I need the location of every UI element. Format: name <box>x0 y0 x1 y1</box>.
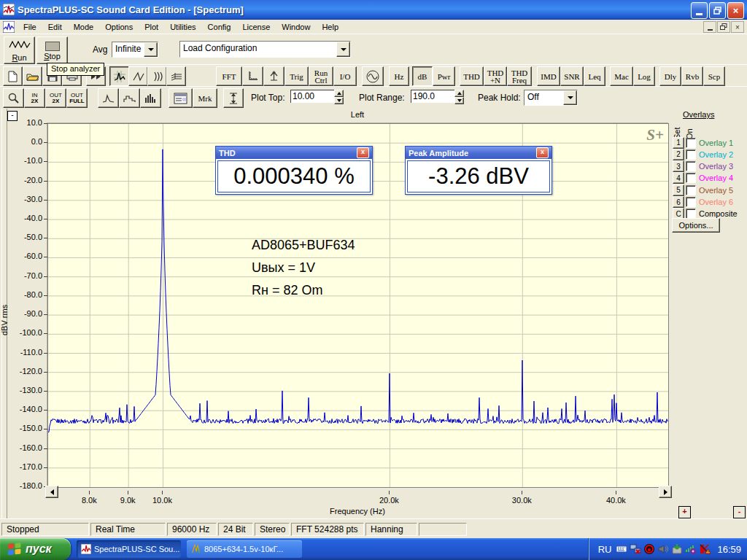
mdi-close-button[interactable]: × <box>731 21 744 33</box>
zoom-out-2x-button[interactable]: OUT2X <box>45 88 66 108</box>
spin-up-icon[interactable] <box>454 90 464 97</box>
overlay-on-checkbox-6[interactable] <box>686 197 696 207</box>
load-configuration-dropdown-button[interactable] <box>336 42 350 57</box>
plot-range-spinner[interactable] <box>454 90 464 104</box>
zoom-button[interactable] <box>3 88 24 108</box>
marker-button[interactable]: Mrk <box>193 88 217 108</box>
run-control-button[interactable]: RunCtrl <box>309 66 333 86</box>
display-options-button[interactable] <box>169 88 193 108</box>
surface-view-button[interactable] <box>166 66 186 86</box>
overlay-set-button-1[interactable]: 1 <box>673 137 684 149</box>
trigger-button[interactable]: Trig <box>285 66 309 86</box>
language-indicator[interactable]: RU <box>598 544 612 555</box>
overlay-on-checkbox-4[interactable] <box>686 173 696 183</box>
dly-button[interactable]: Dly <box>659 66 681 86</box>
menu-item-file[interactable]: File <box>18 21 42 33</box>
bar-plot-button[interactable] <box>140 88 161 108</box>
thd-window-titlebar[interactable]: THD x <box>216 147 372 159</box>
thd-button[interactable]: THD <box>460 66 484 86</box>
stop-button[interactable]: Stop <box>36 36 68 64</box>
overlay-set-button-4[interactable]: 4 <box>673 172 684 184</box>
leq-button[interactable]: Leq <box>584 66 605 86</box>
menu-item-help[interactable]: Help <box>316 21 344 33</box>
spin-down-icon[interactable] <box>454 97 464 104</box>
menu-item-plot[interactable]: Plot <box>139 21 164 33</box>
download-manager-icon[interactable] <box>671 543 683 555</box>
scp-button[interactable]: Scp <box>703 66 725 86</box>
menu-item-options[interactable]: Options <box>99 21 139 33</box>
taskbar-task-image[interactable]: 8065+634-1.5v-10кГ... <box>187 540 302 558</box>
zoom-in-2x-button[interactable]: IN2X <box>24 88 45 108</box>
avg-combobox[interactable]: Infinite <box>112 42 158 58</box>
peak-hold-dropdown-button[interactable] <box>563 90 577 105</box>
narrowband-plot-button[interactable] <box>98 88 119 108</box>
overlay-on-checkbox-1[interactable] <box>686 138 696 148</box>
peak-pick-button[interactable] <box>263 66 285 86</box>
menu-item-mode[interactable]: Mode <box>68 21 100 33</box>
peak-amplitude-window[interactable]: Peak Amplitude x -3.26 dBV <box>405 146 552 195</box>
pan-right-button[interactable] <box>659 486 672 498</box>
mdi-minimize-button[interactable] <box>703 21 716 33</box>
overlay-set-button-5[interactable]: 5 <box>673 184 684 196</box>
overlay-set-button-2[interactable]: 2 <box>673 149 684 160</box>
log-button[interactable]: Log <box>633 66 655 86</box>
start-button[interactable]: пуск <box>0 538 71 560</box>
signal-generator-button[interactable] <box>362 66 384 86</box>
run-button[interactable]: Run <box>4 36 35 64</box>
taskbar-clock[interactable]: 16:59 <box>717 544 741 555</box>
db-button[interactable]: dB <box>412 66 433 86</box>
time-series-button[interactable] <box>128 66 148 86</box>
plot-top-input[interactable] <box>290 90 336 103</box>
plot-top-spinner[interactable] <box>334 90 344 104</box>
overlay-set-button-6[interactable]: 6 <box>673 196 684 208</box>
restore-button[interactable] <box>709 2 726 19</box>
peak-hold-combobox[interactable]: Off <box>524 90 578 106</box>
scaling-button[interactable] <box>242 66 263 86</box>
thd-freq-button[interactable]: THDFreq <box>507 66 532 86</box>
x-zoom-in-button[interactable]: + <box>678 506 691 518</box>
zoom-out-full-button[interactable]: OUTFULL <box>66 88 88 108</box>
pan-left-button[interactable] <box>45 486 58 498</box>
recorder-icon[interactable] <box>643 543 655 555</box>
menu-item-utilities[interactable]: Utilities <box>164 21 201 33</box>
overlay-on-checkbox-2[interactable] <box>686 149 696 160</box>
volume-icon[interactable] <box>657 543 669 555</box>
spin-up-icon[interactable] <box>334 90 344 97</box>
taskbar-task-spectraplus[interactable]: SpectraPLUS-SC Sou... <box>77 540 181 558</box>
snr-button[interactable]: SNR <box>560 66 584 86</box>
thd-n-button[interactable]: THD+N <box>484 66 507 86</box>
hz-button[interactable]: Hz <box>389 66 409 86</box>
open-button[interactable] <box>23 66 42 86</box>
avg-dropdown-button[interactable] <box>144 42 158 57</box>
mac-button[interactable]: Mac <box>610 66 633 86</box>
mdi-restore-button[interactable] <box>717 21 730 33</box>
overlay-on-checkbox-5[interactable] <box>686 185 696 195</box>
menu-item-config[interactable]: Config <box>202 21 237 33</box>
plot-range-input[interactable] <box>411 90 456 103</box>
keyboard-icon[interactable] <box>616 543 627 555</box>
menu-item-edit[interactable]: Edit <box>42 21 68 33</box>
peak-amplitude-close-button[interactable]: x <box>536 147 549 158</box>
spectrogram-view-button[interactable] <box>147 66 167 86</box>
imd-button[interactable]: IMD <box>537 66 560 86</box>
spectrum-view-button[interactable] <box>109 66 129 86</box>
new-button[interactable] <box>3 66 23 86</box>
octave-plot-button[interactable] <box>119 88 140 108</box>
io-button[interactable]: I/O <box>333 66 357 86</box>
connection-status-icon[interactable] <box>685 543 697 555</box>
overlays-options-button[interactable]: Options... <box>672 218 720 233</box>
thd-close-button[interactable]: x <box>357 147 369 158</box>
rvb-button[interactable]: Rvb <box>681 66 703 86</box>
thd-window[interactable]: THD x 0.000340 % <box>215 146 373 195</box>
peak-amplitude-titlebar[interactable]: Peak Amplitude x <box>406 147 551 159</box>
fft-settings-button[interactable]: FFT <box>216 66 242 86</box>
overlay-on-checkbox-3[interactable] <box>686 161 696 171</box>
menu-item-license[interactable]: License <box>236 21 276 33</box>
overlay-set-button-3[interactable]: 3 <box>673 160 684 172</box>
x-zoom-out-button[interactable]: - <box>733 506 746 518</box>
close-button[interactable]: × <box>727 2 744 19</box>
vertical-scale-button[interactable] <box>223 88 244 108</box>
network-offline-icon[interactable] <box>630 543 641 555</box>
spin-down-icon[interactable] <box>334 97 344 104</box>
menu-item-window[interactable]: Window <box>276 21 316 33</box>
